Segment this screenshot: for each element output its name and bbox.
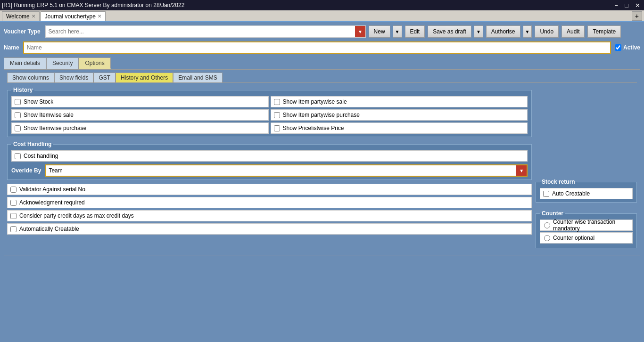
content-panel: Show columns Show fields GST History and…: [4, 69, 640, 255]
tab-welcome[interactable]: Welcome ✕: [2, 11, 40, 21]
show-item-partywise-purchase-label: Show Item partywise purchase: [283, 112, 360, 118]
show-item-partywise-sale-label: Show Item partywise sale: [283, 98, 347, 105]
active-label: Active: [623, 44, 640, 51]
check-credit-days: Consider party credit days as max credit…: [7, 210, 532, 221]
check-auto-creatable: Automatically Creatable: [7, 223, 532, 235]
show-itemwise-sale-checkbox[interactable]: [15, 112, 21, 118]
save-draft-dropdown-button[interactable]: ▼: [474, 25, 483, 38]
stock-return-fieldset: Stock return Auto Creatable: [536, 179, 637, 203]
audit-button[interactable]: Audit: [561, 25, 585, 38]
voucher-type-dropdown-arrow[interactable]: ▼: [355, 26, 365, 37]
voucher-type-combo[interactable]: ▼: [45, 25, 366, 38]
override-row: Overide By ▼: [11, 164, 528, 177]
tab-welcome-close[interactable]: ✕: [32, 14, 35, 19]
override-by-dropdown-arrow[interactable]: ▼: [516, 165, 527, 176]
check-show-itemwise-sale: Show Itemwise sale: [11, 109, 269, 121]
bottom-checkboxes: Validator Against serial No. Acknowledgm…: [7, 184, 532, 235]
counter-optional-radio[interactable]: [544, 235, 550, 241]
history-fieldset: History Show Stock Show Item partywise s…: [7, 87, 532, 137]
side-panels: Stock return Auto Creatable Counter Coun…: [536, 87, 637, 252]
check-validator-serial: Validator Against serial No.: [7, 184, 532, 195]
counter-mandatory-item: Counter wise transaction mandatory: [540, 220, 633, 231]
two-col-layout: History Show Stock Show Item partywise s…: [7, 87, 637, 252]
close-button[interactable]: ✕: [633, 2, 642, 9]
maximize-button[interactable]: □: [623, 2, 630, 9]
counter-fieldset: Counter Counter wise transaction mandato…: [536, 210, 637, 248]
check-show-itemwise-purchase: Show Itemwise purchase: [11, 122, 269, 134]
check-show-pricelistwise-price: Show Pricelistwise Price: [271, 122, 528, 134]
show-stock-label: Show Stock: [24, 98, 53, 105]
tab-journal-close[interactable]: ✕: [98, 14, 101, 19]
show-itemwise-purchase-checkbox[interactable]: [15, 125, 21, 131]
counter-optional-item: Counter optional: [540, 232, 633, 244]
voucher-type-input[interactable]: [46, 26, 355, 37]
subtab-history-others[interactable]: History and Others: [116, 73, 173, 82]
stock-auto-creatable-label: Auto Creatable: [552, 190, 590, 197]
undo-button[interactable]: Undo: [535, 25, 559, 38]
show-item-partywise-sale-checkbox[interactable]: [274, 99, 280, 105]
tab-journal-vouchertype[interactable]: Journal vouchertype ✕: [41, 11, 106, 21]
add-tab-button[interactable]: +: [632, 11, 642, 21]
history-legend: History: [11, 87, 34, 93]
save-as-draft-button[interactable]: Save as draft: [428, 25, 471, 38]
show-pricelistwise-price-label: Show Pricelistwise Price: [283, 125, 344, 131]
show-item-partywise-purchase-checkbox[interactable]: [274, 112, 280, 118]
credit-days-checkbox[interactable]: [10, 213, 17, 219]
history-checkboxes: Show Stock Show Item partywise sale Show…: [11, 96, 528, 134]
name-row: Name Active: [4, 41, 640, 54]
cost-handling-checkbox[interactable]: [15, 153, 21, 159]
toolbar: Voucher Type ▼ New ▼ Edit Save as draft …: [4, 25, 640, 38]
check-show-stock: Show Stock: [11, 96, 269, 107]
counter-legend: Counter: [540, 210, 565, 217]
app-title: [R1] Running ERP 5.1 on CMAX Server By a…: [2, 2, 184, 8]
authorise-button[interactable]: Authorise: [486, 25, 520, 38]
auto-creatable-checkbox[interactable]: [10, 226, 17, 232]
cost-handling-check-item: Cost handling: [11, 150, 528, 162]
active-checkbox[interactable]: [615, 44, 621, 51]
new-button[interactable]: New: [369, 25, 390, 38]
main-tabs: Main details Security Options: [4, 57, 640, 69]
tab-main-details[interactable]: Main details: [4, 57, 46, 69]
cost-handling-fieldset: Cost Handling Cost handling Overide By ▼: [7, 141, 532, 180]
override-by-label: Overide By: [11, 167, 41, 174]
check-show-item-partywise-purchase: Show Item partywise purchase: [271, 109, 528, 121]
tab-welcome-label: Welcome: [6, 13, 30, 20]
override-by-combo[interactable]: ▼: [45, 164, 528, 177]
tab-bar: Welcome ✕ Journal vouchertype ✕ +: [0, 10, 644, 22]
new-dropdown-button[interactable]: ▼: [393, 25, 402, 38]
tab-options[interactable]: Options: [79, 57, 110, 69]
name-label: Name: [4, 44, 19, 51]
voucher-type-label: Voucher Type: [4, 28, 41, 35]
minimize-button[interactable]: −: [613, 2, 620, 9]
counter-mandatory-radio[interactable]: [544, 222, 550, 228]
subtab-show-fields[interactable]: Show fields: [54, 73, 93, 82]
credit-days-label: Consider party credit days as max credit…: [19, 212, 134, 219]
counter-mandatory-label: Counter wise transaction mandatory: [553, 219, 628, 232]
stock-return-legend: Stock return: [540, 179, 577, 185]
auto-creatable-label: Automatically Creatable: [19, 226, 79, 232]
sub-tabs: Show columns Show fields GST History and…: [7, 73, 637, 83]
name-input[interactable]: [23, 41, 611, 54]
check-show-item-partywise-sale: Show Item partywise sale: [271, 96, 528, 107]
show-pricelistwise-price-checkbox[interactable]: [274, 125, 280, 131]
subtab-show-columns[interactable]: Show columns: [7, 73, 54, 82]
edit-button[interactable]: Edit: [405, 25, 425, 38]
subtab-gst[interactable]: GST: [93, 73, 116, 82]
subtab-email-sms[interactable]: Email and SMS: [173, 73, 223, 82]
counter-optional-label: Counter optional: [553, 235, 594, 241]
show-itemwise-purchase-label: Show Itemwise purchase: [24, 125, 86, 131]
cost-handling-legend: Cost Handling: [11, 141, 53, 147]
window-controls: − □ ✕: [613, 2, 642, 9]
validator-serial-label: Validator Against serial No.: [19, 186, 87, 193]
tab-security[interactable]: Security: [46, 57, 79, 69]
show-stock-checkbox[interactable]: [15, 99, 21, 105]
check-acknowledgment: Acknowledgment required: [7, 197, 532, 208]
show-itemwise-sale-label: Show Itemwise sale: [24, 112, 74, 118]
template-button[interactable]: Template: [587, 25, 621, 38]
authorise-dropdown-button[interactable]: ▼: [523, 25, 532, 38]
acknowledgment-checkbox[interactable]: [10, 200, 17, 206]
validator-serial-checkbox[interactable]: [10, 187, 17, 193]
cost-handling-label: Cost handling: [24, 153, 58, 159]
stock-auto-creatable-checkbox[interactable]: [543, 191, 549, 197]
override-by-input[interactable]: [46, 166, 516, 175]
